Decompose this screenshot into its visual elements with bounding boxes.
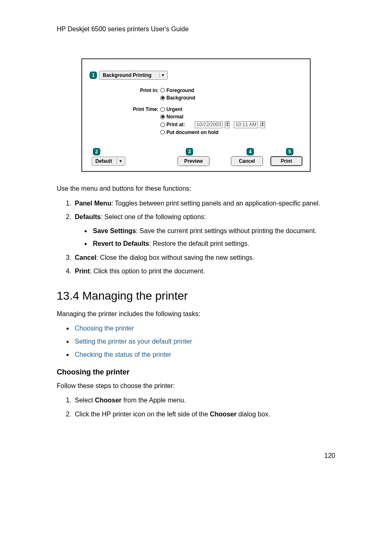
section-title: 13.4 Managing the printer: [57, 288, 335, 304]
item-label: Save Settings: [93, 227, 136, 234]
chevron-down-icon: ▾: [159, 72, 164, 78]
steps-list: Select Chooser from the Apple menu. Clic…: [57, 396, 335, 418]
callout-2: 2: [93, 148, 100, 155]
callout-5: 5: [286, 148, 293, 155]
list-item: Panel Menu: Toggles between print settin…: [73, 199, 335, 208]
radio-print-at[interactable]: [160, 122, 165, 127]
opt-background: Background: [166, 95, 195, 101]
step-text: from the Apple menu.: [122, 397, 186, 404]
step-text: Select: [75, 397, 95, 404]
page-header: HP Deskjet 6500 series printers User's G…: [57, 25, 335, 34]
item-text: : Close the dialog box without saving th…: [96, 254, 254, 261]
list-item: Click the HP printer icon on the left si…: [73, 410, 335, 419]
panel-menu-dropdown[interactable]: Background Printing ▾: [99, 71, 168, 80]
item-label: Cancel: [75, 254, 96, 261]
date-field[interactable]: 10/22/2003: [195, 121, 223, 128]
sub-list: Save Settings: Save the current print se…: [75, 226, 335, 248]
print-in-label: Print in:: [118, 87, 160, 94]
list-item: Choosing the printer: [73, 324, 335, 333]
item-text: : Select one of the following options:: [101, 213, 206, 220]
print-dialog: 1 Background Printing ▾ Print in: Foregr…: [81, 58, 311, 172]
date-stepper[interactable]: ▲▼: [225, 121, 230, 128]
step-bold: Chooser: [95, 397, 122, 404]
default-label: Default: [95, 158, 112, 164]
dialog-image-container: 1 Background Printing ▾ Print in: Foregr…: [57, 58, 335, 172]
item-label: Print: [75, 268, 90, 275]
link-choosing[interactable]: Choosing the printer: [75, 325, 134, 332]
print-time-label: Print Time:: [118, 106, 160, 113]
callout-3: 3: [186, 148, 193, 155]
item-label: Defaults: [75, 213, 101, 220]
item-text: : Click this option to print the documen…: [90, 268, 205, 275]
preview-button[interactable]: Preview: [178, 156, 210, 166]
cancel-button[interactable]: Cancel: [231, 156, 263, 166]
list-item: Select Chooser from the Apple menu.: [73, 396, 335, 405]
list-item: Checking the status of the printer: [73, 350, 335, 359]
time-stepper[interactable]: ▲▼: [260, 121, 265, 128]
opt-normal: Normal: [166, 113, 183, 120]
default-dropdown[interactable]: Default ▾: [92, 157, 125, 166]
panel-menu-label: Background Printing: [103, 72, 152, 79]
tasks-list: Choosing the printer Setting the printer…: [57, 324, 335, 359]
opt-foreground: Foreground: [166, 87, 194, 94]
print-button[interactable]: Print: [270, 156, 302, 166]
opt-hold: Put document on hold: [166, 129, 219, 136]
item-text: : Restore the default print settings.: [149, 240, 249, 247]
sub-title: Choosing the printer: [57, 367, 335, 377]
step-bold: Chooser: [210, 411, 237, 418]
list-item: Cancel: Close the dialog box without sav…: [73, 253, 335, 262]
sub-intro: Follow these steps to choose the printer…: [57, 381, 335, 390]
intro-text: Use the menu and buttons for these funct…: [57, 184, 335, 193]
list-item: Save Settings: Save the current print se…: [91, 226, 335, 236]
functions-list: Panel Menu: Toggles between print settin…: [57, 199, 335, 276]
radio-foreground[interactable]: [160, 88, 165, 92]
link-status[interactable]: Checking the status of the printer: [75, 351, 171, 358]
radio-urgent[interactable]: [160, 107, 165, 112]
item-text: : Save the current print settings withou…: [136, 227, 316, 234]
body-content: Use the menu and buttons for these funct…: [57, 184, 335, 418]
item-label: Panel Menu: [75, 200, 111, 207]
list-item: Defaults: Select one of the following op…: [73, 213, 335, 248]
chevron-down-icon: ▾: [117, 158, 122, 164]
list-item: Setting the printer as your default prin…: [73, 337, 335, 346]
callout-1: 1: [90, 72, 97, 79]
radio-hold[interactable]: [160, 130, 165, 134]
radio-normal[interactable]: [160, 115, 165, 119]
section-intro: Managing the printer includes the follow…: [57, 310, 335, 319]
list-item: Revert to Defaults: Restore the default …: [91, 239, 335, 248]
callout-4: 4: [247, 148, 254, 155]
step-text: dialog box.: [237, 411, 270, 418]
link-default[interactable]: Setting the printer as your default prin…: [75, 338, 192, 345]
step-text: Click the HP printer icon on the left si…: [75, 411, 210, 418]
radio-background[interactable]: [160, 96, 165, 100]
opt-urgent: Urgent: [166, 106, 182, 113]
time-field[interactable]: 10:11 AM: [234, 121, 258, 128]
list-item: Print: Click this option to print the do…: [73, 267, 335, 276]
page-number: 120: [57, 451, 335, 460]
item-text: : Toggles between print setting panels a…: [111, 200, 320, 207]
opt-print-at: Print at:: [166, 121, 185, 128]
item-label: Revert to Defaults: [93, 240, 149, 247]
